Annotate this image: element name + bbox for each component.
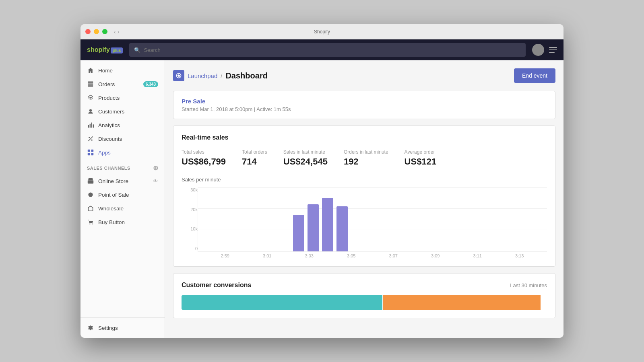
sidebar-item-wholesale[interactable]: Wholesale <box>80 202 165 215</box>
svg-point-3 <box>89 109 92 111</box>
avatar <box>532 44 544 56</box>
menu-line-1 <box>549 47 557 48</box>
sidebar-label-buy-button: Buy Button <box>98 219 125 225</box>
orders-badge: 6,343 <box>143 81 158 87</box>
y-label-10k: 10k <box>182 226 198 231</box>
forward-arrow[interactable]: › <box>118 29 120 35</box>
shopify-logo: shopifyplus <box>87 46 123 53</box>
wholesale-icon <box>87 205 94 212</box>
svg-rect-7 <box>93 124 94 128</box>
sidebar-label-analytics: Analytics <box>98 122 120 128</box>
svg-rect-1 <box>88 83 93 84</box>
svg-rect-11 <box>88 150 90 152</box>
metric-orders-last-min-label: Orders in last minute <box>344 149 388 155</box>
sidebar-item-apps[interactable]: Apps <box>80 146 165 159</box>
metric-total-sales-value: US$86,799 <box>182 156 226 167</box>
metric-avg-order-value: US$121 <box>405 156 437 167</box>
x-label: 3:01 <box>248 253 287 258</box>
sidebar-label-customers: Customers <box>98 109 124 115</box>
metric-sales-last-min: Sales in last minute US$24,545 <box>283 149 328 167</box>
minimize-button[interactable] <box>94 29 99 34</box>
eye-icon[interactable]: 👁 <box>153 178 158 184</box>
store-icon <box>87 177 94 185</box>
pos-icon <box>87 191 94 198</box>
metric-avg-order-label: Average order <box>405 149 437 155</box>
logo-plus: plus <box>111 47 123 53</box>
chart-bar <box>322 198 333 251</box>
x-label: 2:59 <box>206 253 245 258</box>
chart-bar <box>293 215 304 251</box>
buy-icon <box>87 218 94 226</box>
sidebar-item-discounts[interactable]: Discounts <box>80 132 165 146</box>
chart-bar <box>308 204 319 251</box>
x-label: 3:07 <box>374 253 413 258</box>
svg-point-9 <box>91 140 93 141</box>
svg-rect-12 <box>91 150 94 152</box>
x-label: 3:09 <box>416 253 455 258</box>
sidebar-item-settings[interactable]: Settings <box>80 321 165 335</box>
apps-icon <box>87 149 94 156</box>
mac-window: ‹ › Shopify shopifyplus 🔍 <box>80 24 564 338</box>
discounts-icon <box>87 135 94 142</box>
sidebar-item-online-store[interactable]: Online Store 👁 <box>80 174 165 188</box>
chart-title: Sales per minute <box>182 177 547 183</box>
svg-point-16 <box>88 192 93 197</box>
metric-total-orders-label: Total orders <box>242 149 267 155</box>
sidebar-item-orders[interactable]: Orders 6,343 <box>80 77 165 91</box>
svg-rect-5 <box>90 124 91 128</box>
chart-x-labels: 2:593:013:033:053:073:093:113:13 <box>198 252 547 258</box>
analytics-icon <box>87 121 94 129</box>
menu-icon[interactable] <box>549 47 557 53</box>
sidebar-item-home[interactable]: Home <box>80 64 165 77</box>
sidebar-label-home: Home <box>98 68 113 74</box>
launchpad-icon <box>175 72 182 79</box>
customers-icon <box>87 108 94 115</box>
settings-label: Settings <box>98 325 118 331</box>
metric-avg-order: Average order US$121 <box>405 149 437 167</box>
sidebar-label-online-store: Online Store <box>98 178 128 184</box>
conversion-bar <box>182 295 547 310</box>
titlebar: ‹ › Shopify <box>80 24 564 39</box>
chart-section: Sales per minute 30k 20k 10k 0 <box>182 177 547 258</box>
svg-rect-0 <box>88 82 93 83</box>
close-button[interactable] <box>85 29 91 34</box>
x-label: 3:11 <box>458 253 497 258</box>
metric-total-orders: Total orders 714 <box>242 149 267 167</box>
search-bar[interactable]: 🔍 <box>129 43 526 57</box>
app-body: Home Orders 6,343 Products <box>80 60 564 338</box>
metric-sales-last-min-label: Sales in last minute <box>283 149 328 155</box>
realtime-card: Real-time sales Total sales US$86,799 To… <box>173 125 555 267</box>
presale-meta: Started Mar 1, 2018 at 5:00pm | Active: … <box>182 106 547 112</box>
search-icon: 🔍 <box>134 47 140 53</box>
logo-text: shopify <box>87 46 110 53</box>
add-channel-icon[interactable]: ⊕ <box>153 164 159 172</box>
svg-point-8 <box>89 137 90 138</box>
back-arrow[interactable]: ‹ <box>114 29 116 35</box>
breadcrumb-separator: / <box>221 72 222 79</box>
metric-orders-last-min-value: 192 <box>344 156 388 167</box>
end-event-button[interactable]: End event <box>514 68 555 83</box>
y-label-30k: 30k <box>182 187 198 192</box>
main-content: Launchpad / Dashboard End event Pre Sale… <box>165 60 564 338</box>
menu-line-3 <box>549 52 555 53</box>
sidebar-item-analytics[interactable]: Analytics <box>80 118 165 132</box>
sidebar-item-point-of-sale[interactable]: Point of Sale <box>80 188 165 202</box>
sidebar-label-apps: Apps <box>98 150 111 156</box>
home-icon <box>87 67 94 74</box>
menu-line-2 <box>549 49 557 50</box>
breadcrumb-link[interactable]: Launchpad <box>188 72 217 79</box>
maximize-button[interactable] <box>102 29 107 34</box>
sidebar-item-customers[interactable]: Customers <box>80 105 165 118</box>
sidebar-label-orders: Orders <box>98 81 115 87</box>
sidebar-item-products[interactable]: Products <box>80 91 165 105</box>
metric-sales-last-min-value: US$24,545 <box>283 156 328 167</box>
search-input[interactable] <box>144 47 521 53</box>
nav-arrows: ‹ › <box>114 29 119 35</box>
x-label: 3:03 <box>290 253 329 258</box>
breadcrumb-current: Dashboard <box>225 71 267 80</box>
conversion-orange-segment <box>383 295 540 310</box>
svg-rect-13 <box>88 153 90 156</box>
sidebar-item-buy-button[interactable]: Buy Button <box>80 215 165 229</box>
sidebar-label-wholesale: Wholesale <box>98 206 124 212</box>
sidebar-label-products: Products <box>98 95 120 101</box>
